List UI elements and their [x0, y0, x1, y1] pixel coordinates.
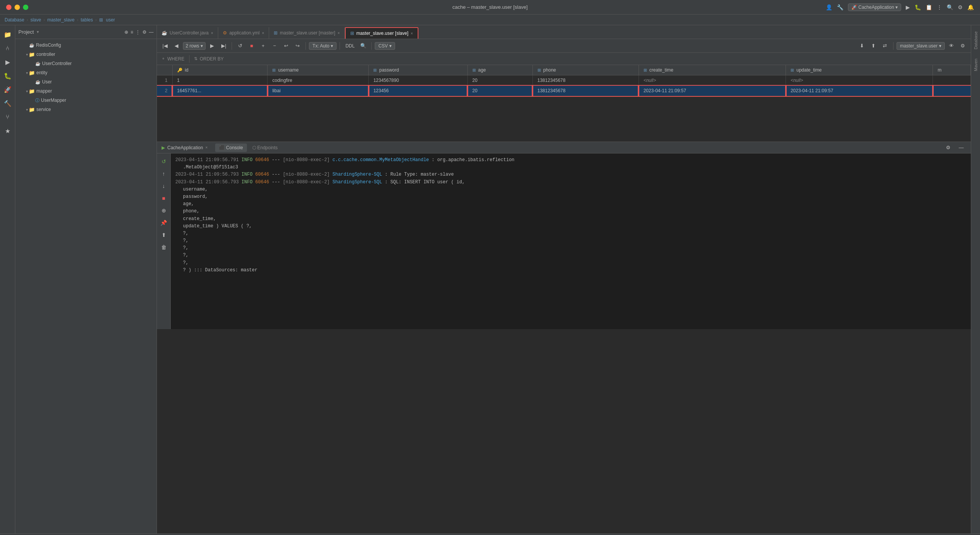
cell-update-1[interactable]: <null> — [786, 75, 933, 86]
debug-icon[interactable]: 🐛 — [915, 4, 921, 10]
tx-dropdown[interactable]: Tx: Auto ▾ — [309, 42, 336, 50]
build-run-btn[interactable]: ⊕ — [159, 206, 169, 215]
tree-item-usermapper[interactable]: ⓘ UserMapper — [15, 96, 157, 105]
cell-id-1[interactable]: 1 — [172, 75, 268, 86]
pin-btn[interactable]: 📌 — [159, 218, 169, 228]
tab-usercontroller[interactable]: ☕ UserController.java × — [157, 27, 218, 39]
tab-master-slave-slave[interactable]: ⊞ master_slave.user [slave] × — [345, 27, 418, 39]
coverage-icon[interactable]: 📋 — [926, 4, 932, 10]
bookmark-icon[interactable]: ★ — [2, 125, 14, 137]
tab-close-master[interactable]: × — [338, 31, 340, 35]
refresh-btn[interactable]: ↺ — [235, 41, 245, 51]
tree-item-mapper-folder[interactable]: ▾ 📁 mapper — [15, 86, 157, 96]
maximize-button[interactable] — [23, 5, 28, 10]
order-by-filter[interactable]: ⇅ ORDER BY — [194, 56, 224, 62]
schema-selector[interactable]: master_slave.user ▾ — [897, 42, 945, 50]
app-selector[interactable]: 🚀 CacheApplication ▾ — [848, 3, 901, 11]
col-settings-btn[interactable]: ⚙ — [958, 41, 968, 51]
breadcrumb-database[interactable]: Database — [5, 17, 24, 23]
debug-sidebar-icon[interactable]: 🐛 — [2, 70, 14, 82]
last-row-btn[interactable]: ▶| — [219, 41, 229, 51]
csv-dropdown[interactable]: CSV ▾ — [375, 42, 395, 50]
cell-phone-1[interactable]: 13812345678 — [532, 75, 639, 86]
revert-btn[interactable]: ↩ — [281, 41, 291, 51]
run-tab-console[interactable]: ⬛ Console — [215, 144, 247, 152]
tab-master-slave-master[interactable]: ⊞ master_slave.user [master] × — [269, 27, 345, 39]
transpose-btn[interactable]: ⇄ — [880, 41, 890, 51]
ddl-btn[interactable]: DDL — [343, 42, 357, 49]
settings-icon[interactable]: ⚙ — [958, 4, 963, 10]
tree-item-service-folder[interactable]: ▾ 📁 service — [15, 105, 157, 114]
cell-create-1[interactable]: <null> — [639, 75, 786, 86]
run-config-icon[interactable]: 🔧 — [837, 4, 843, 10]
run-minimize-btn[interactable]: — — [956, 143, 966, 152]
stop-btn[interactable]: ■ — [247, 41, 256, 51]
tree-item-user[interactable]: ☕ User — [15, 77, 157, 86]
first-row-btn[interactable]: |◀ — [160, 41, 170, 51]
project-collapse-icon[interactable]: ≡ — [131, 29, 133, 35]
export-log-btn[interactable]: ⬆ — [159, 230, 169, 240]
scroll-up-btn[interactable]: ↑ — [159, 169, 169, 179]
cell-username-2[interactable]: libai — [268, 86, 369, 96]
submit-btn[interactable]: ↪ — [292, 41, 302, 51]
project-minimize-icon[interactable]: — — [149, 29, 154, 35]
search-db-btn[interactable]: 🔍 — [358, 41, 368, 51]
tab-close-slave[interactable]: × — [411, 31, 413, 36]
project-settings-icon[interactable]: ⚙ — [142, 29, 147, 35]
tab-close-yaml[interactable]: × — [262, 31, 264, 35]
rows-dropdown[interactable]: 2 rows ▾ — [183, 42, 206, 50]
notifications-icon[interactable]: 🔔 — [967, 4, 974, 10]
where-filter[interactable]: ⚬ WHERE — [162, 56, 185, 62]
tree-item-redisconfig[interactable]: ☕ RedisConfig — [15, 41, 157, 50]
tab-application-yml[interactable]: ⚙ application.yml × — [218, 27, 269, 39]
cell-create-2[interactable]: 2023-04-11 21:09:57 — [639, 86, 786, 96]
cell-password-2[interactable]: 123456 — [369, 86, 467, 96]
next-row-btn[interactable]: ▶ — [207, 41, 217, 51]
delete-row-btn[interactable]: − — [270, 41, 279, 51]
breadcrumb-user[interactable]: user — [106, 17, 115, 23]
tree-item-entity-folder[interactable]: ▾ 📁 entity — [15, 68, 157, 77]
project-more-icon[interactable]: ⋮ — [136, 29, 140, 35]
add-row-btn[interactable]: + — [258, 41, 268, 51]
commit-icon[interactable]: ⑃ — [2, 42, 14, 54]
cell-update-2[interactable]: 2023-04-11 21:09:57 — [786, 86, 933, 96]
table-row-selected[interactable]: 2 16457761... libai 123456 20 1381234567… — [157, 86, 971, 96]
minimize-button[interactable] — [15, 5, 20, 10]
project-icon[interactable]: 📁 — [2, 28, 14, 41]
git-icon[interactable]: ⑂ — [2, 111, 14, 123]
tree-item-usercontroller[interactable]: ☕ UserController — [15, 59, 157, 68]
deploy-icon[interactable]: 🚀 — [2, 83, 14, 96]
tab-close-usercontroller[interactable]: × — [211, 31, 213, 35]
prev-row-btn[interactable]: ◀ — [172, 41, 181, 51]
database-sidebar-label[interactable]: Database — [973, 28, 979, 52]
stop-run-btn[interactable]: ■ — [159, 193, 169, 203]
breadcrumb-slave[interactable]: slave — [30, 17, 41, 23]
cell-phone-2[interactable]: 13812345678 — [532, 86, 639, 96]
run-settings-btn[interactable]: ⚙ — [943, 143, 953, 152]
maven-sidebar-label[interactable]: Maven — [973, 55, 979, 74]
scroll-down-btn[interactable]: ↓ — [159, 181, 169, 191]
more-icon[interactable]: ⋮ — [937, 4, 942, 10]
window-controls[interactable] — [6, 5, 28, 10]
search-icon[interactable]: 🔍 — [947, 4, 953, 10]
export-btn[interactable]: ⬇ — [857, 41, 867, 51]
close-button[interactable] — [6, 5, 11, 10]
rerun-btn[interactable]: ↺ — [159, 157, 169, 166]
cell-age-1[interactable]: 20 — [467, 75, 532, 86]
cell-username-1[interactable]: codingfire — [268, 75, 369, 86]
breadcrumb-tables[interactable]: tables — [81, 17, 93, 23]
run-icon[interactable]: ▶ — [906, 4, 910, 10]
view-mode-btn[interactable]: 👁 — [946, 41, 956, 51]
import-btn[interactable]: ⬆ — [869, 41, 879, 51]
build-sidebar-icon[interactable]: 🔨 — [2, 97, 14, 109]
cell-id-2[interactable]: 16457761... — [172, 86, 268, 96]
vcs-icon[interactable]: 👤 — [826, 4, 832, 10]
cell-password-1[interactable]: 1234567890 — [369, 75, 467, 86]
tree-item-controller-folder[interactable]: ▾ 📁 controller — [15, 50, 157, 59]
cell-age-2[interactable]: 20 — [467, 86, 532, 96]
project-locate-icon[interactable]: ⊕ — [124, 29, 128, 35]
run-tab-endpoints[interactable]: ⬡ Endpoints — [248, 144, 282, 152]
table-row[interactable]: 1 1 codingfire 1234567890 20 13812345678… — [157, 75, 971, 86]
run-close-btn[interactable]: × — [205, 145, 207, 150]
run-sidebar-icon[interactable]: ▶ — [2, 56, 14, 68]
